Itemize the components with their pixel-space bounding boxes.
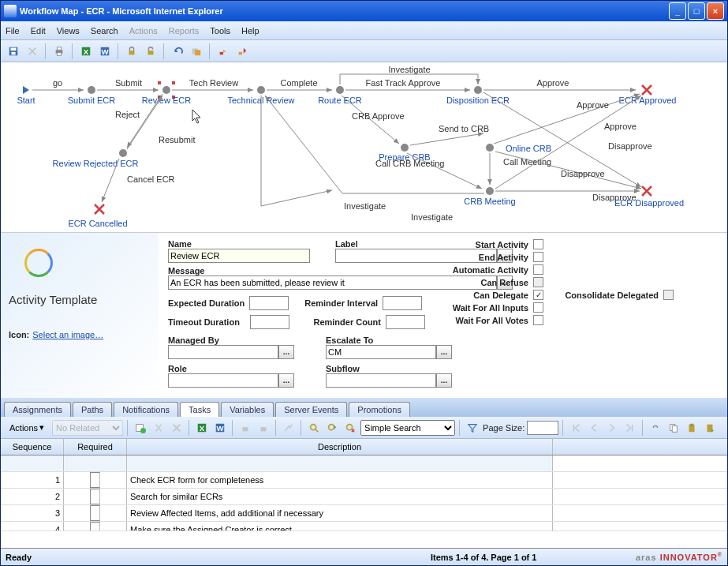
svg-text:W: W	[217, 423, 225, 432]
wait-inputs-checkbox[interactable]	[533, 302, 543, 313]
tab-notifications[interactable]: Notifications	[114, 402, 178, 417]
new-row-icon[interactable]	[133, 420, 148, 436]
lock-row-icon[interactable]	[237, 420, 253, 436]
undo-icon[interactable]	[170, 43, 185, 59]
menu-file[interactable]: File	[6, 26, 20, 36]
expected-duration-field[interactable]	[249, 296, 289, 310]
menu-help[interactable]: Help	[241, 26, 259, 36]
tab-tasks[interactable]: Tasks	[180, 402, 219, 417]
consolidate-delegated-checkbox[interactable]	[663, 290, 674, 300]
last-page-icon[interactable]	[622, 420, 638, 436]
svg-point-76	[311, 424, 316, 429]
tab-assignments[interactable]: Assignments	[4, 402, 71, 417]
required-checkbox[interactable]	[90, 489, 100, 504]
unlock-row-icon[interactable]	[256, 420, 271, 436]
page-size-input[interactable]	[527, 421, 558, 435]
menu-tools[interactable]: Tools	[210, 26, 230, 36]
print-icon[interactable]	[51, 43, 67, 59]
select-image-link[interactable]: Select an image…	[32, 330, 103, 339]
name-field[interactable]	[168, 249, 310, 263]
svg-text:Cancel ECR: Cancel ECR	[127, 174, 175, 184]
launch-icon[interactable]	[234, 43, 250, 59]
managed-by-field[interactable]	[168, 345, 278, 359]
lock-icon[interactable]	[124, 43, 140, 59]
actions-menu[interactable]: Actions ▾	[4, 420, 50, 435]
delete-icon[interactable]	[24, 43, 40, 59]
timeout-duration-field[interactable]	[250, 315, 289, 329]
svg-rect-1	[11, 47, 17, 51]
search-clear-icon[interactable]	[324, 420, 340, 436]
role-field[interactable]	[168, 373, 278, 388]
workflow-diagram[interactable]: Start go Submit ECR Submit Review ECR Te…	[1, 62, 727, 232]
wait-votes-checkbox[interactable]	[533, 315, 543, 325]
versions-icon[interactable]	[189, 43, 204, 59]
title-bar: Workflow Map - ECR - Microsoft Internet …	[1, 1, 727, 21]
required-checkbox[interactable]	[90, 505, 100, 521]
minimize-button[interactable]: _	[669, 2, 686, 20]
filter-row[interactable]	[1, 455, 727, 472]
link-icon[interactable]	[648, 420, 663, 436]
can-refuse-checkbox[interactable]	[533, 277, 543, 287]
excel-export-icon[interactable]: X	[194, 420, 210, 436]
tab-server-events[interactable]: Server Events	[275, 402, 347, 417]
subflow-picker-button[interactable]: …	[436, 373, 452, 388]
menu-edit[interactable]: Edit	[31, 26, 46, 36]
col-sequence[interactable]: Sequence	[1, 439, 64, 455]
filter-icon[interactable]	[465, 420, 480, 436]
save-icon[interactable]	[6, 43, 21, 59]
svg-rect-22	[158, 81, 161, 84]
promote-row-icon[interactable]	[281, 420, 297, 436]
automatic-activity-checkbox[interactable]	[533, 264, 543, 275]
next-page-icon[interactable]	[604, 420, 620, 436]
node-ecr-cancelled: ECR Cancelled	[68, 219, 127, 228]
reminder-interval-field[interactable]	[383, 296, 422, 310]
delete-row-icon[interactable]	[169, 420, 185, 436]
required-checkbox[interactable]	[90, 472, 100, 488]
escalate-to-label: Escalate To	[326, 335, 452, 345]
managed-by-picker-button[interactable]: …	[278, 345, 294, 359]
required-checkbox[interactable]	[90, 522, 100, 531]
svg-point-21	[162, 86, 170, 94]
subflow-field[interactable]	[326, 373, 436, 388]
menu-search[interactable]: Search	[91, 26, 118, 36]
maximize-button[interactable]: □	[688, 2, 705, 20]
escalate-to-picker-button[interactable]: …	[436, 345, 452, 359]
search-icon[interactable]	[306, 420, 322, 436]
promote-icon[interactable]	[215, 43, 231, 59]
start-activity-checkbox[interactable]	[533, 239, 543, 249]
message-field[interactable]	[168, 276, 497, 290]
paste-icon[interactable]	[684, 420, 700, 436]
close-button[interactable]: ×	[707, 2, 724, 20]
menu-views[interactable]: Views	[57, 26, 80, 36]
search-type-select[interactable]: Simple Search	[360, 420, 455, 436]
col-description[interactable]: Description	[127, 439, 553, 455]
col-required[interactable]: Required	[64, 439, 127, 455]
expected-duration-label: Expected Duration	[168, 298, 245, 308]
word-export-icon[interactable]: W	[212, 420, 228, 436]
svg-rect-10	[129, 51, 135, 54]
paste-special-icon[interactable]	[702, 420, 718, 436]
role-picker-button[interactable]: …	[278, 373, 294, 388]
tab-variables[interactable]: Variables	[221, 402, 274, 417]
tab-promotions[interactable]: Promotions	[349, 402, 410, 417]
brand-logo: aras INNOVATOR®	[636, 552, 722, 562]
svg-point-56	[486, 187, 494, 195]
cut-icon[interactable]	[151, 420, 166, 436]
svg-text:Approve: Approve	[537, 78, 569, 88]
first-page-icon[interactable]	[568, 420, 584, 436]
reminder-count-field[interactable]	[386, 315, 425, 329]
prev-page-icon[interactable]	[586, 420, 602, 436]
node-route-ecr: Route ECR	[318, 96, 362, 105]
svg-rect-14	[220, 51, 223, 54]
search-x-icon[interactable]	[342, 420, 358, 436]
end-activity-checkbox[interactable]	[533, 252, 543, 262]
escalate-to-field[interactable]	[326, 345, 436, 359]
excel-icon[interactable]: X	[78, 43, 94, 59]
unlock-icon[interactable]	[143, 43, 159, 59]
tab-paths[interactable]: Paths	[73, 402, 112, 417]
copy-icon[interactable]	[666, 420, 681, 436]
word-icon[interactable]: W	[97, 43, 113, 59]
menu-bar: File Edit Views Search Actions Reports T…	[1, 21, 727, 40]
can-delegate-checkbox[interactable]: ✓	[533, 290, 543, 300]
icon-label: Icon:	[9, 330, 29, 339]
